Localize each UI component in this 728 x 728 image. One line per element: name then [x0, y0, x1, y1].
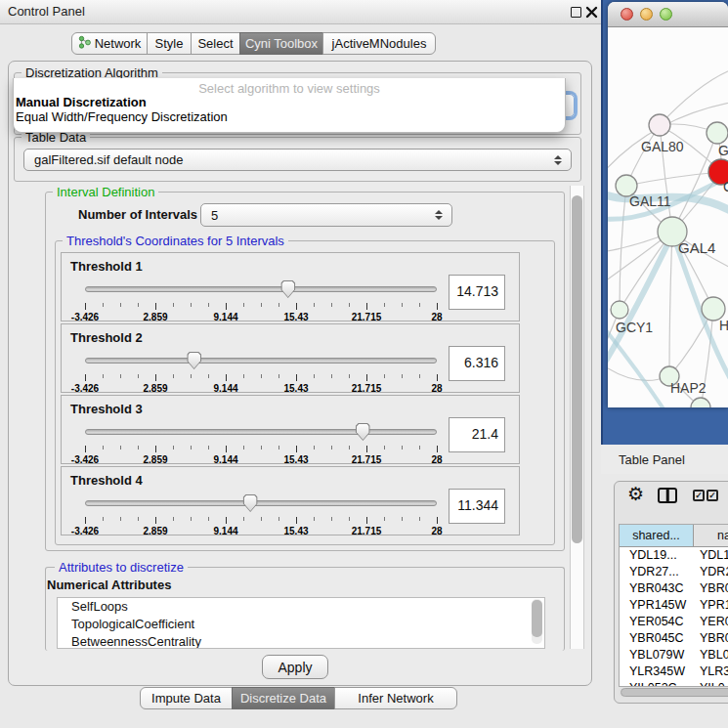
slider-tick	[138, 303, 139, 307]
tab-network-label: Network	[95, 36, 142, 51]
slider-tick-label: 28	[431, 526, 442, 536]
number-of-intervals-combobox[interactable]: 5	[200, 203, 452, 227]
network-node[interactable]	[691, 398, 710, 407]
network-node[interactable]	[707, 122, 728, 144]
tab-discretize-data[interactable]: Discretize Data	[232, 687, 335, 709]
zoom-traffic-light-icon[interactable]	[660, 8, 672, 21]
network-node-label: GA	[718, 143, 728, 158]
tab-infer-network[interactable]: Infer Network	[334, 687, 457, 709]
threshold-value-box[interactable]: 6.316	[449, 346, 505, 381]
threshold-slider[interactable]: -3.4262.8599.14415.4321.71528	[83, 422, 439, 463]
gear-icon[interactable]: ⚙	[627, 483, 644, 505]
slider-track[interactable]	[85, 500, 437, 506]
split-columns-icon[interactable]	[658, 488, 677, 503]
slider-tick-label: 28	[431, 383, 442, 394]
close-traffic-light-icon[interactable]	[621, 8, 633, 21]
scrollbar-thumb[interactable]	[621, 688, 728, 697]
threshold-slider[interactable]: -3.4262.8599.14415.4321.71528	[83, 351, 439, 392]
slider-handle[interactable]	[243, 494, 258, 512]
slider-tick	[331, 446, 332, 450]
network-node[interactable]	[611, 301, 628, 319]
cell-name: YPR1	[694, 597, 728, 614]
algorithm-option-equal-width[interactable]: Equal Width/Frequency Discretization	[16, 109, 228, 124]
network-node-label: C	[723, 179, 728, 194]
table-row[interactable]: YBR045CYBR0	[620, 630, 728, 647]
table-row[interactable]: YPR145WYPR1	[620, 597, 728, 614]
tab-select[interactable]: Select	[191, 32, 240, 55]
slider-tick	[85, 446, 86, 452]
threshold-label: Threshold 3	[70, 402, 143, 416]
slider-tick	[191, 446, 192, 450]
slider-tick	[437, 303, 438, 310]
slider-tick	[155, 303, 156, 310]
slider-track[interactable]	[85, 286, 437, 292]
checkbox-icon[interactable]: ✓	[707, 490, 718, 501]
slider-tick	[173, 517, 174, 521]
tab-cyni-toolbox-label: Cyni Toolbox	[245, 36, 318, 51]
slider-track[interactable]	[85, 429, 437, 435]
threshold-slider[interactable]: -3.4262.8599.14415.4321.71528	[83, 493, 439, 535]
slider-tick	[437, 374, 438, 381]
network-node[interactable]	[649, 114, 670, 136]
slider-zone: -3.4262.8599.14415.4321.71528	[85, 351, 437, 392]
table-row[interactable]: YBL079WYBL0	[620, 647, 728, 664]
slider-tick-label: 2.859	[143, 526, 167, 536]
table-row[interactable]: YDR27...YDR2	[620, 564, 728, 580]
table-data-combobox[interactable]: galFiltered.sif default node	[23, 149, 572, 171]
network-icon	[78, 35, 91, 52]
slider-handle[interactable]	[187, 352, 201, 369]
cell-shared-name: YDL19...	[620, 547, 694, 564]
attributes-list-scrollbar[interactable]	[532, 599, 542, 644]
tab-impute-data[interactable]: Impute Data	[140, 687, 233, 709]
table-row[interactable]: YBR043CYBR0	[620, 580, 728, 597]
tab-cyni-toolbox[interactable]: Cyni Toolbox	[239, 32, 323, 55]
slider-tick	[349, 374, 350, 378]
table-horizontal-scrollbar[interactable]	[619, 687, 728, 698]
tab-network[interactable]: Network	[71, 32, 148, 55]
slider-tick	[138, 374, 139, 378]
scrollbar-thumb[interactable]	[532, 600, 542, 637]
apply-button[interactable]: Apply	[262, 655, 328, 679]
threshold-value-box[interactable]: 21.4	[449, 417, 505, 452]
tab-jactivemnodules[interactable]: jActiveMNodules	[322, 32, 436, 55]
attribute-item[interactable]: SelfLoops	[58, 598, 544, 616]
table-panel: ⚙ ✓ ✓ shared... na YDL19...YDL1YDR27...Y…	[614, 481, 728, 704]
slider-tick	[366, 374, 367, 381]
slider-handle[interactable]	[280, 280, 295, 298]
network-canvas[interactable]: GAL80GACGAL11GAL4GCY1HHAP2	[608, 27, 728, 407]
slider-zone: -3.4262.8599.14415.4321.71528	[85, 422, 437, 463]
table-row[interactable]: YLR345WYLR3	[620, 664, 728, 680]
control-panel-titlebar: Control Panel	[0, 0, 601, 24]
slider-tick	[85, 374, 86, 381]
column-header-shared-name[interactable]: shared...	[620, 525, 694, 547]
slider-tick	[173, 303, 174, 307]
panel-vertical-scrollbar[interactable]	[570, 186, 584, 649]
slider-track[interactable]	[85, 358, 437, 364]
attribute-item[interactable]: BetweennessCentrality	[58, 633, 544, 649]
column-header-name[interactable]: na	[694, 525, 728, 547]
slider-tick	[402, 374, 403, 378]
float-window-icon[interactable]	[571, 7, 581, 18]
algorithm-option-manual[interactable]: Manual Discretization	[16, 95, 147, 109]
threshold-slider[interactable]: -3.4262.8599.14415.4321.71528	[83, 279, 439, 321]
slider-tick	[138, 517, 139, 521]
checkbox-icon[interactable]: ✓	[693, 490, 705, 501]
slider-tick-label: 15.43	[283, 526, 308, 536]
table-row[interactable]: YER054CYER0	[620, 614, 728, 630]
slider-handle[interactable]	[356, 423, 370, 441]
scrollbar-thumb[interactable]	[572, 195, 582, 543]
slider-tick	[261, 517, 262, 521]
numerical-attributes-list[interactable]: SelfLoopsTopologicalCoefficientBetweenne…	[57, 597, 545, 649]
cell-name: YLR3	[694, 664, 728, 680]
close-icon[interactable]	[585, 5, 598, 18]
network-window-titlebar[interactable]	[608, 2, 728, 27]
attribute-item[interactable]: TopologicalCoefficient	[58, 616, 544, 633]
table-row[interactable]: YIL052CYIL0	[620, 680, 728, 687]
tab-style[interactable]: Style	[147, 32, 192, 55]
slider-tick	[349, 446, 350, 450]
slider-tick	[296, 517, 297, 524]
threshold-value-box[interactable]: 14.713	[449, 275, 505, 310]
table-row[interactable]: YDL19...YDL1	[620, 547, 728, 564]
minimize-traffic-light-icon[interactable]	[640, 8, 653, 21]
threshold-value-box[interactable]: 11.344	[449, 489, 505, 524]
